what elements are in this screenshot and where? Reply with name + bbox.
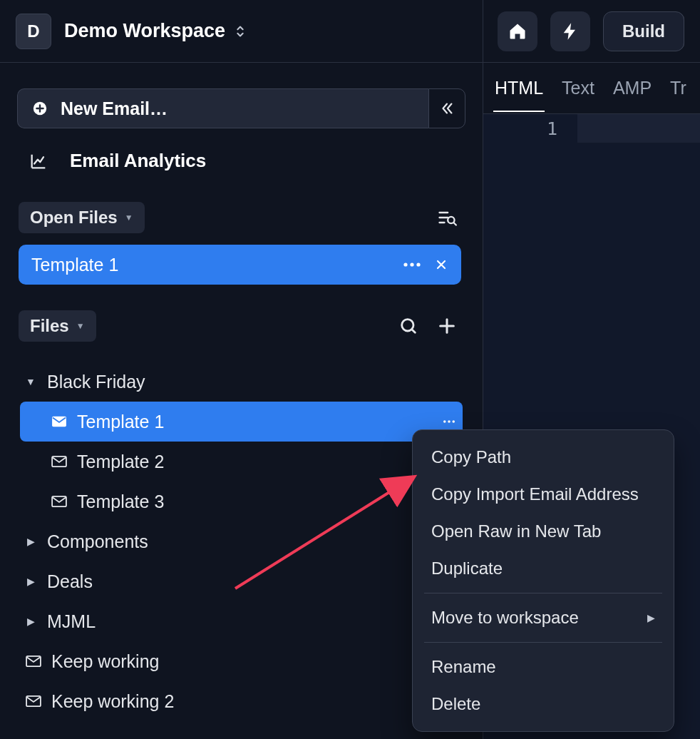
search-files-icon[interactable]	[398, 316, 418, 336]
caret-right-icon: ▶	[24, 616, 37, 627]
folder-label: MJML	[47, 611, 96, 632]
mail-icon	[51, 455, 67, 468]
ctx-rename[interactable]: Rename	[413, 648, 674, 686]
open-file-more-icon[interactable]	[403, 262, 421, 267]
mail-icon	[51, 415, 67, 428]
svg-point-9	[452, 420, 455, 423]
caret-right-icon: ▶	[24, 536, 37, 547]
analytics-icon	[29, 151, 48, 171]
file-label: Keep working	[51, 651, 159, 672]
ctx-label: Rename	[431, 657, 496, 677]
ctx-separator	[424, 593, 662, 593]
caret-down-icon: ▼	[125, 213, 133, 223]
file-label: Template 1	[77, 412, 164, 432]
file-keep-working-2[interactable]: Keep working 2	[24, 681, 461, 721]
file-label: Keep working 2	[51, 691, 174, 712]
ctx-delete[interactable]: Delete	[413, 686, 674, 723]
svg-point-7	[443, 420, 446, 423]
close-file-icon[interactable]	[434, 258, 448, 272]
ctx-separator	[424, 642, 662, 643]
files-label: Files	[30, 316, 69, 336]
ctx-copy-path[interactable]: Copy Path	[413, 439, 674, 476]
file-label: Template 2	[77, 452, 164, 472]
file-context-menu: Copy Path Copy Import Email Address Open…	[412, 429, 674, 732]
workspace-initial: D	[27, 21, 39, 41]
tab-amp[interactable]: AMP	[613, 65, 652, 111]
folder-label: Components	[47, 531, 148, 552]
svg-point-3	[410, 263, 413, 266]
file-template-2[interactable]: Template 2	[24, 442, 461, 481]
svg-point-2	[403, 263, 407, 266]
chevrons-vertical-icon	[232, 24, 248, 39]
svg-point-8	[448, 420, 451, 423]
build-label: Build	[622, 21, 665, 41]
code-line[interactable]	[577, 114, 700, 143]
file-keep-working[interactable]: Keep working	[24, 641, 461, 681]
open-file-name: Template 1	[31, 255, 118, 275]
files-section-toggle[interactable]: Files ▼	[19, 310, 96, 342]
open-files-label: Open Files	[30, 208, 118, 228]
tab-html[interactable]: HTML	[495, 65, 543, 111]
collapse-sidebar-button[interactable]	[428, 88, 465, 128]
line-number: 1	[483, 118, 577, 139]
new-email-button[interactable]: New Email…	[17, 88, 428, 128]
add-file-icon[interactable]	[437, 316, 457, 336]
file-template-3[interactable]: Template 3	[24, 481, 461, 521]
file-more-icon[interactable]	[443, 419, 463, 424]
workspace-name: Demo Workspace	[64, 20, 225, 42]
open-file-tab[interactable]: Template 1	[19, 245, 461, 285]
tab-translate[interactable]: Tr	[670, 65, 686, 111]
caret-right-icon: ▶	[24, 576, 37, 587]
file-template-1[interactable]: Template 1	[20, 402, 463, 442]
ctx-label: Duplicate	[431, 559, 503, 579]
ctx-label: Open Raw in New Tab	[431, 521, 601, 541]
email-analytics-link[interactable]: Email Analytics	[0, 150, 483, 172]
build-button[interactable]: Build	[603, 11, 684, 51]
folder-components[interactable]: ▶ Components	[24, 521, 461, 561]
svg-point-4	[416, 263, 420, 266]
home-button[interactable]	[498, 11, 537, 51]
caret-right-icon: ▶	[647, 612, 655, 623]
plus-circle-icon	[32, 101, 48, 116]
ctx-move-workspace[interactable]: Move to workspace ▶	[413, 599, 674, 636]
chevrons-left-icon	[439, 101, 455, 116]
folder-mjml[interactable]: ▶ MJML	[24, 601, 461, 641]
mail-icon	[26, 655, 41, 668]
open-files-section-toggle[interactable]: Open Files ▼	[19, 202, 145, 233]
ctx-open-raw[interactable]: Open Raw in New Tab	[413, 513, 674, 550]
tab-text[interactable]: Text	[562, 65, 595, 111]
lightning-icon	[560, 21, 580, 41]
ctx-label: Copy Path	[431, 447, 511, 467]
analytics-label: Email Analytics	[70, 150, 206, 172]
caret-down-icon: ▼	[76, 321, 85, 331]
ctx-duplicate[interactable]: Duplicate	[413, 550, 674, 587]
ctx-copy-import-email[interactable]: Copy Import Email Address	[413, 476, 674, 513]
new-email-label: New Email…	[61, 98, 168, 119]
search-list-icon[interactable]	[437, 208, 457, 228]
workspace-switcher[interactable]: Demo Workspace	[64, 20, 248, 42]
lightning-button[interactable]	[550, 11, 590, 51]
workspace-avatar[interactable]: D	[16, 14, 51, 49]
ctx-label: Delete	[431, 694, 480, 714]
mail-icon	[51, 495, 67, 508]
mail-icon	[26, 695, 41, 708]
ctx-label: Copy Import Email Address	[431, 484, 639, 504]
ctx-label: Move to workspace	[431, 608, 579, 628]
folder-label: Black Friday	[47, 372, 145, 392]
home-icon	[508, 21, 527, 41]
file-label: Template 3	[77, 491, 164, 512]
folder-deals[interactable]: ▶ Deals	[24, 561, 461, 601]
folder-label: Deals	[47, 571, 93, 592]
folder-black-friday[interactable]: ▼ Black Friday	[24, 362, 461, 402]
caret-down-icon: ▼	[24, 376, 37, 387]
